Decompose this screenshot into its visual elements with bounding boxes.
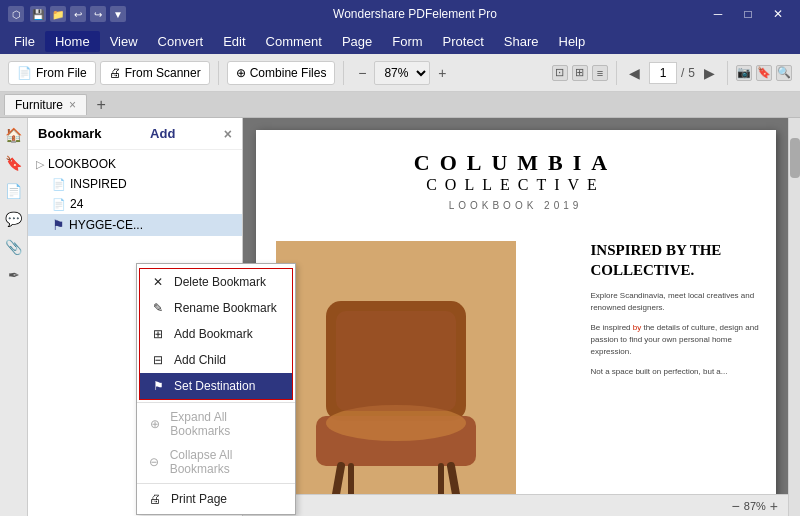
quick-access-toolbar: 💾 📁 ↩ ↪ ▼: [30, 6, 126, 22]
context-menu-red-group: ✕ Delete Bookmark ✎ Rename Bookmark ⊞ Ad…: [139, 268, 293, 400]
pdf-content: INSPIRED BY THE COLLECTIVE. Explore Scan…: [256, 221, 776, 504]
chair-image: [276, 241, 516, 504]
view-mode-1[interactable]: ⊡: [552, 65, 568, 81]
right-scrollbar[interactable]: [788, 118, 800, 516]
capture-icon[interactable]: 📷: [736, 65, 752, 81]
menu-share[interactable]: Share: [494, 31, 549, 52]
bookmark-view-icon[interactable]: 🔖: [756, 65, 772, 81]
menu-bar: File Home View Convert Edit Comment Page…: [0, 28, 800, 54]
minimize-button[interactable]: ─: [704, 3, 732, 25]
bookmark-panel: Bookmark Add × ▷ LOOKBOOK 📄 INSPIRED 📄 2…: [28, 118, 243, 516]
app-title: Wondershare PDFelement Pro: [126, 7, 704, 21]
ctx-collapse-all[interactable]: ⊖ Collapse All Bookmarks: [137, 443, 295, 481]
ctx-expand-all[interactable]: ⊕ Expand All Bookmarks: [137, 405, 295, 443]
menu-page[interactable]: Page: [332, 31, 382, 52]
undo-icon[interactable]: ↩: [70, 6, 86, 22]
bookmark-label: LOOKBOOK: [48, 157, 116, 171]
bookmark-item-lookbook[interactable]: ▷ LOOKBOOK: [28, 154, 242, 174]
bookmark-item-hygge[interactable]: ⚑ HYGGE-CE...: [28, 214, 242, 236]
app-icon: ⬡: [8, 6, 24, 22]
menu-edit[interactable]: Edit: [213, 31, 255, 52]
file-icon: 📄: [17, 66, 32, 80]
open-icon[interactable]: 📁: [50, 6, 66, 22]
pdf-paragraph-1: Explore Scandinavia, meet local creative…: [591, 290, 761, 314]
ctx-rename-bookmark[interactable]: ✎ Rename Bookmark: [140, 295, 292, 321]
zoom-select[interactable]: 87% 100% 75% 50%: [374, 61, 430, 85]
set-dest-icon: ⚑: [150, 378, 166, 394]
combine-files-button[interactable]: ⊕ Combine Files: [227, 61, 336, 85]
ctx-add-child[interactable]: ⊟ Add Child: [140, 347, 292, 373]
pdf-paragraph-2: Be inspired by the details of culture, d…: [591, 322, 761, 358]
status-zoom-minus[interactable]: −: [732, 498, 740, 514]
menu-comment[interactable]: Comment: [256, 31, 332, 52]
view-mode-3[interactable]: ≡: [592, 65, 608, 81]
page-input[interactable]: [649, 62, 677, 84]
maximize-button[interactable]: □: [734, 3, 762, 25]
bookmark-item-inspired[interactable]: 📄 INSPIRED: [28, 174, 242, 194]
toolbar-separator: [218, 61, 219, 85]
delete-icon: ✕: [150, 274, 166, 290]
menu-form[interactable]: Form: [382, 31, 432, 52]
menu-home[interactable]: Home: [45, 31, 100, 52]
bookmark-item-24[interactable]: 📄 24: [28, 194, 242, 214]
bookmark-side-icon[interactable]: 🔖: [3, 152, 25, 174]
title-bar: ⬡ 💾 📁 ↩ ↪ ▼ Wondershare PDFelement Pro ─…: [0, 0, 800, 28]
zoom-plus-button[interactable]: +: [432, 63, 452, 83]
furniture-tab[interactable]: Furniture ×: [4, 94, 87, 115]
add-tab-button[interactable]: +: [91, 95, 111, 115]
prev-page-button[interactable]: ◀: [625, 63, 645, 83]
status-zoom-plus[interactable]: +: [770, 498, 778, 514]
bookmark-close-button[interactable]: ×: [224, 126, 232, 142]
page-side-icon[interactable]: 📄: [3, 180, 25, 202]
menu-protect[interactable]: Protect: [433, 31, 494, 52]
bookmark-label-3: 24: [70, 197, 83, 211]
add-child-icon: ⊟: [150, 352, 166, 368]
bookmark-flag-icon: ⚑: [52, 217, 65, 233]
home-side-icon[interactable]: 🏠: [3, 124, 25, 146]
highlight-1: by: [633, 323, 641, 332]
toolbar-right: ⊡ ⊞ ≡ ◀ / 5 ▶ 📷 🔖 🔍: [552, 61, 792, 85]
from-file-button[interactable]: 📄 From File: [8, 61, 96, 85]
comment-side-icon[interactable]: 💬: [3, 208, 25, 230]
tab-label: Furniture: [15, 98, 63, 112]
dropdown-icon[interactable]: ▼: [110, 6, 126, 22]
status-bar: 1 / 5 − 87% +: [243, 494, 788, 516]
zoom-control: − 87% 100% 75% 50% +: [352, 61, 452, 85]
bookmark-page-icon-3: 📄: [52, 198, 66, 211]
status-zoom: − 87% +: [732, 498, 778, 514]
attachment-side-icon[interactable]: 📎: [3, 236, 25, 258]
add-bookmark-link[interactable]: Add: [142, 124, 183, 143]
ctx-add-bookmark[interactable]: ⊞ Add Bookmark: [140, 321, 292, 347]
view-mode-2[interactable]: ⊞: [572, 65, 588, 81]
save-icon[interactable]: 💾: [30, 6, 46, 22]
collapse-icon: ⊖: [147, 454, 162, 470]
svg-rect-8: [336, 311, 456, 411]
ctx-print-page[interactable]: 🖨 Print Page: [137, 486, 295, 512]
page-total: /: [681, 66, 684, 80]
tab-close-button[interactable]: ×: [69, 98, 76, 112]
window-controls: ─ □ ✕: [704, 3, 792, 25]
menu-convert[interactable]: Convert: [148, 31, 214, 52]
bookmark-page-icon: ▷: [36, 158, 44, 171]
menu-file[interactable]: File: [4, 31, 45, 52]
pdf-left: [256, 221, 576, 504]
next-page-button[interactable]: ▶: [699, 63, 719, 83]
pdf-main-title: COLUMBIA: [266, 150, 766, 176]
pdf-right: INSPIRED BY THE COLLECTIVE. Explore Scan…: [576, 221, 776, 504]
zoom-minus-button[interactable]: −: [352, 63, 372, 83]
search-icon[interactable]: 🔍: [776, 65, 792, 81]
rename-icon: ✎: [150, 300, 166, 316]
signature-side-icon[interactable]: ✒: [3, 264, 25, 286]
ctx-set-destination[interactable]: ⚑ Set Destination: [140, 373, 292, 399]
scroll-thumb[interactable]: [790, 138, 800, 178]
pdf-right-text: INSPIRED BY THE COLLECTIVE. Explore Scan…: [591, 241, 761, 386]
close-button[interactable]: ✕: [764, 3, 792, 25]
from-scanner-button[interactable]: 🖨 From Scanner: [100, 61, 210, 85]
menu-view[interactable]: View: [100, 31, 148, 52]
menu-help[interactable]: Help: [549, 31, 596, 52]
pdf-right-heading: INSPIRED BY THE COLLECTIVE.: [591, 241, 761, 280]
redo-icon[interactable]: ↪: [90, 6, 106, 22]
status-zoom-level: 87%: [744, 500, 766, 512]
ctx-delete-bookmark[interactable]: ✕ Delete Bookmark: [140, 269, 292, 295]
main-area: 🏠 🔖 📄 💬 📎 ✒ Bookmark Add × ▷ LOOKBOOK 📄 …: [0, 118, 800, 516]
